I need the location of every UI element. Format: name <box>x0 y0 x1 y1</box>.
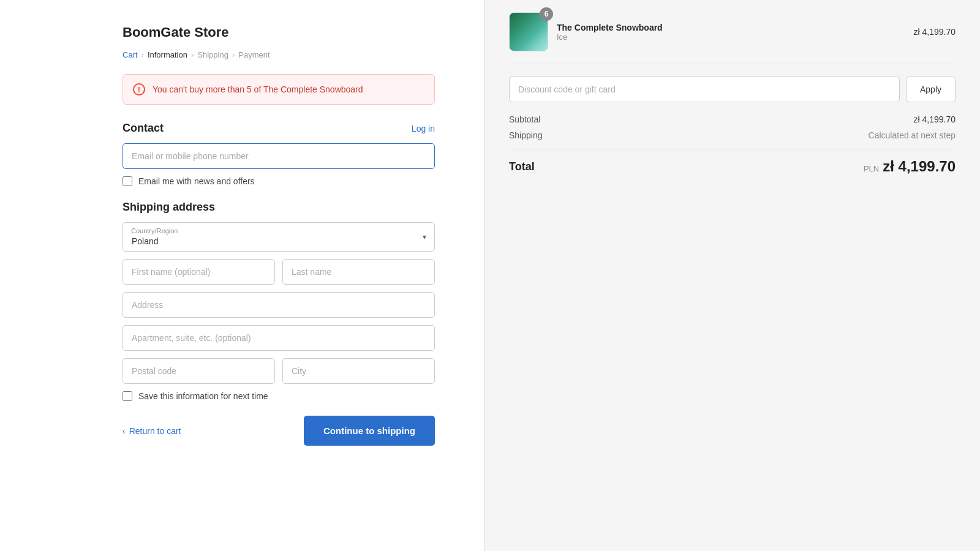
contact-section-header: Contact Log in <box>123 122 435 135</box>
checkout-form-panel: BoomGate Store Cart › Information › Ship… <box>0 0 484 551</box>
country-select-wrapper: Country/Region Poland ▾ <box>123 222 435 252</box>
postal-city-row <box>123 358 435 384</box>
discount-input[interactable] <box>509 77 900 102</box>
actions-row: ‹ Return to cart Continue to shipping <box>123 416 435 446</box>
newsletter-checkbox[interactable] <box>123 176 132 186</box>
store-name: BoomGate Store <box>123 24 435 40</box>
save-info-label: Save this information for next time <box>138 391 268 401</box>
email-input[interactable] <box>123 143 435 169</box>
return-label: Return to cart <box>129 426 181 436</box>
continue-to-shipping-button[interactable]: Continue to shipping <box>304 416 435 446</box>
discount-row: Apply <box>509 77 956 102</box>
apartment-input[interactable] <box>123 325 435 351</box>
error-banner: ! You can't buy more than 5 of The Compl… <box>123 74 435 105</box>
breadcrumb: Cart › Information › Shipping › Payment <box>123 50 435 59</box>
chevron-left-icon: ‹ <box>123 426 126 436</box>
first-name-input[interactable] <box>123 259 275 285</box>
shipping-row: Shipping Calculated at next step <box>509 130 956 140</box>
breadcrumb-information: Information <box>148 50 187 59</box>
product-info: The Complete Snowboard Ice <box>557 23 905 42</box>
breadcrumb-sep-1: › <box>141 50 144 59</box>
apply-discount-button[interactable]: Apply <box>906 77 956 102</box>
save-info-row: Save this information for next time <box>123 391 435 401</box>
breadcrumb-cart[interactable]: Cart <box>123 50 138 59</box>
product-quantity-badge: 6 <box>540 7 553 21</box>
breadcrumb-sep-2: › <box>191 50 194 59</box>
city-input[interactable] <box>282 358 435 384</box>
return-to-cart-link[interactable]: ‹ Return to cart <box>123 426 181 436</box>
newsletter-label: Email me with news and offers <box>138 176 255 186</box>
product-price: zł 4,199.70 <box>914 27 956 37</box>
postal-code-input[interactable] <box>123 358 275 384</box>
country-label: Country/Region <box>131 227 178 234</box>
product-row: 6 The Complete Snowboard Ice zł 4,199.70 <box>509 12 956 64</box>
product-image-wrapper: 6 <box>509 12 548 51</box>
breadcrumb-payment: Payment <box>238 50 270 59</box>
total-currency: PLN <box>864 164 879 173</box>
total-value: zł 4,199.70 <box>883 158 956 175</box>
shipping-title: Shipping address <box>123 201 435 214</box>
product-variant: Ice <box>557 32 905 42</box>
log-in-link[interactable]: Log in <box>412 124 435 133</box>
address-input[interactable] <box>123 292 435 318</box>
product-name: The Complete Snowboard <box>557 23 905 32</box>
last-name-input[interactable] <box>282 259 435 285</box>
breadcrumb-sep-3: › <box>232 50 235 59</box>
total-row: Total PLN zł 4,199.70 <box>509 149 956 175</box>
subtotal-label: Subtotal <box>509 114 540 124</box>
breadcrumb-shipping: Shipping <box>197 50 228 59</box>
save-info-checkbox[interactable] <box>123 391 132 401</box>
error-message: You can't buy more than 5 of The Complet… <box>153 84 363 94</box>
subtotal-row: Subtotal zł 4,199.70 <box>509 114 956 124</box>
total-amount: PLN zł 4,199.70 <box>864 158 956 175</box>
order-summary-panel: 6 The Complete Snowboard Ice zł 4,199.70… <box>484 0 980 551</box>
name-row <box>123 259 435 285</box>
subtotal-value: zł 4,199.70 <box>914 114 956 124</box>
shipping-value: Calculated at next step <box>869 130 956 140</box>
total-label: Total <box>509 160 535 173</box>
error-icon: ! <box>133 83 145 96</box>
shipping-label: Shipping <box>509 130 543 140</box>
newsletter-row: Email me with news and offers <box>123 176 435 186</box>
contact-title: Contact <box>123 122 164 135</box>
